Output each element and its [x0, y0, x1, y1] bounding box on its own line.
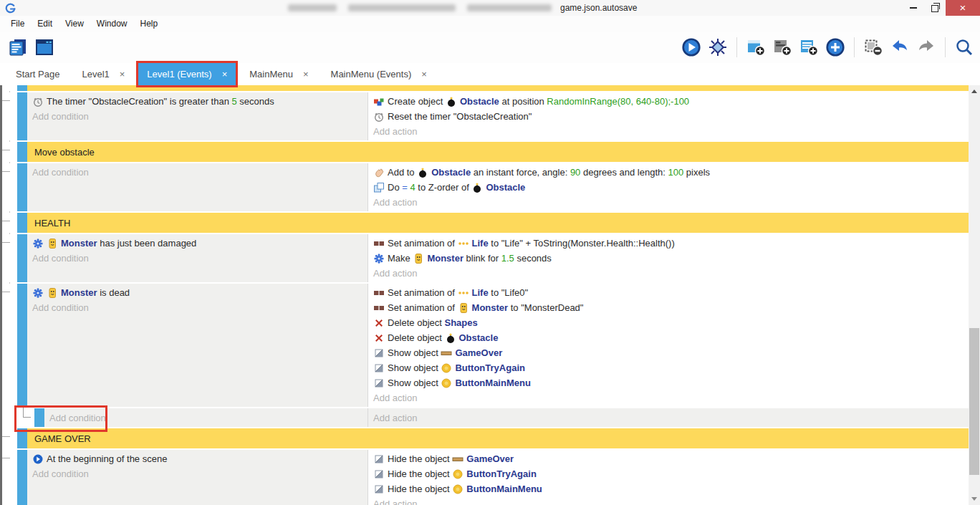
event-drag-bar[interactable] — [17, 92, 27, 140]
condition-sentence[interactable]: The timer "ObstacleCreation" is greater … — [27, 94, 368, 109]
window-controls: × — [903, 0, 980, 16]
scene-editor-icon[interactable] — [32, 35, 57, 59]
object-name: Obstacle — [431, 167, 471, 178]
add-action-button[interactable]: Add action — [368, 124, 969, 139]
add-subevent-icon[interactable] — [770, 35, 794, 59]
add-condition-button[interactable]: Add condition — [44, 408, 106, 427]
redo-icon[interactable] — [914, 35, 938, 59]
add-action-button[interactable]: Add action — [368, 195, 969, 210]
action-sentence[interactable]: Show object GameOver — [368, 345, 969, 360]
menu-item-window[interactable]: Window — [90, 17, 134, 30]
condition-sentence[interactable]: Monster has just been damaged — [27, 236, 368, 251]
event-drag-bar[interactable] — [17, 428, 27, 448]
action-sentence[interactable]: Delete object Obstacle — [368, 330, 969, 345]
text-segment: seconds — [514, 253, 552, 264]
close-button[interactable]: × — [946, 0, 980, 16]
tree-connector — [2, 100, 10, 101]
event-drag-bar[interactable] — [17, 142, 27, 162]
event-group-header-partial[interactable] — [0, 85, 969, 91]
action-sentence[interactable]: Hide the object ButtonMainMenu — [368, 481, 969, 496]
tree-gutter — [0, 284, 17, 407]
action-sentence[interactable]: Show object ButtonTryAgain — [368, 360, 969, 375]
event-group-header[interactable]: HEALTH — [0, 213, 969, 233]
menu-item-help[interactable]: Help — [134, 17, 165, 30]
action-sentence[interactable]: Reset the timer "ObstacleCreation" — [368, 109, 969, 124]
action-sentence[interactable]: Set animation of Monster to "MonsterDead… — [368, 300, 969, 315]
add-condition-button[interactable]: Add condition — [27, 300, 368, 315]
menu-item-file[interactable]: File — [4, 17, 31, 30]
add-action-button[interactable]: Add action — [368, 408, 417, 427]
scroll-down-button[interactable] — [969, 493, 980, 505]
toolbar-separator — [945, 37, 946, 57]
action-sentence[interactable]: Add to Obstacle an instant force, angle:… — [368, 165, 969, 180]
object-name: Monster — [472, 302, 509, 313]
action-sentence[interactable]: Hide the object GameOver — [368, 451, 969, 466]
tab-close-icon[interactable]: × — [303, 69, 309, 80]
search-icon[interactable] — [952, 35, 976, 59]
event-drag-bar[interactable] — [17, 284, 27, 407]
toolbar-right-group — [679, 35, 976, 59]
event-group-header[interactable]: Move obstacle — [0, 142, 969, 162]
add-condition-button[interactable]: Add condition — [27, 251, 368, 266]
add-condition-button[interactable]: Add condition — [27, 109, 368, 124]
debug-icon[interactable] — [706, 35, 730, 59]
delete-event-icon[interactable] — [861, 35, 885, 59]
event-drag-bar[interactable] — [34, 408, 44, 427]
action-sentence[interactable]: Set animation of Life to "Life0" — [368, 285, 969, 300]
add-action-button[interactable]: Add action — [368, 266, 969, 281]
add-event-icon[interactable] — [744, 35, 768, 59]
tree-connector — [2, 436, 10, 437]
add-action-button[interactable]: Add action — [368, 496, 969, 505]
condition-sentence[interactable]: At the beginning of the scene — [27, 451, 368, 466]
event-drag-bar[interactable] — [17, 213, 27, 233]
text-segment: RandomInRange(80, 640-80);-100 — [547, 96, 689, 107]
scrollbar-thumb[interactable] — [969, 328, 979, 475]
tab-level1[interactable]: Level1× — [73, 63, 133, 85]
event-drag-bar[interactable] — [17, 450, 27, 505]
delete-object-icon — [373, 332, 385, 344]
add-condition-button[interactable]: Add condition — [27, 165, 368, 180]
action-sentence[interactable]: Delete object Shapes — [368, 315, 969, 330]
event-drag-bar[interactable] — [17, 234, 27, 282]
action-sentence[interactable]: Show object ButtonMainMenu — [368, 375, 969, 390]
action-sentence[interactable]: Make Monster blink for 1.5 seconds — [368, 251, 969, 266]
event-drag-bar[interactable] — [17, 85, 27, 91]
preview-icon[interactable] — [679, 35, 703, 59]
vertical-scrollbar[interactable] — [969, 85, 980, 505]
tab-mainmenu-events[interactable]: MainMenu (Events)× — [322, 63, 436, 85]
button-icon — [452, 468, 463, 480]
tab-start-page[interactable]: Start Page — [7, 63, 68, 85]
menu-item-view[interactable]: View — [59, 17, 90, 30]
menu-item-edit[interactable]: Edit — [31, 17, 59, 30]
scroll-up-button[interactable] — [969, 85, 980, 97]
event-group-header[interactable]: GAME OVER — [0, 428, 969, 448]
tab-level1-events[interactable]: Level1 (Events)× — [138, 63, 236, 85]
text-segment: Delete object — [388, 317, 445, 328]
tab-close-icon[interactable]: × — [421, 69, 427, 80]
window-title: game.json.autosave — [560, 3, 637, 13]
bomb-icon — [446, 96, 457, 107]
event-drag-bar[interactable] — [17, 163, 27, 211]
condition-sentence[interactable]: Monster is dead — [27, 285, 368, 300]
add-comment-icon[interactable] — [797, 35, 821, 59]
project-manager-icon[interactable] — [6, 35, 30, 59]
undo-icon[interactable] — [888, 35, 912, 59]
event-row: Monster is deadAdd conditionSet animatio… — [0, 284, 969, 407]
action-sentence[interactable]: Hide the object ButtonTryAgain — [368, 466, 969, 481]
monster-icon — [47, 287, 58, 299]
add-condition-button[interactable]: Add condition — [27, 466, 368, 481]
restore-icon — [931, 5, 938, 12]
tab-close-icon[interactable]: × — [120, 69, 125, 80]
restore-button[interactable] — [924, 0, 946, 16]
action-sentence[interactable]: Set animation of Life to "Life" + ToStri… — [368, 236, 969, 251]
action-sentence[interactable]: Create object Obstacle at position Rando… — [368, 94, 969, 109]
minimize-button[interactable] — [903, 0, 924, 16]
visibility-icon — [373, 468, 385, 480]
tab-close-icon[interactable]: × — [222, 69, 228, 80]
add-circle-icon[interactable] — [823, 35, 847, 59]
action-sentence[interactable]: Do = 4 to Z-order of Obstacle — [368, 180, 969, 195]
tab-mainmenu[interactable]: MainMenu× — [241, 63, 317, 85]
toolbar-separator — [854, 37, 855, 57]
life-icon — [458, 287, 469, 299]
add-action-button[interactable]: Add action — [368, 390, 969, 405]
